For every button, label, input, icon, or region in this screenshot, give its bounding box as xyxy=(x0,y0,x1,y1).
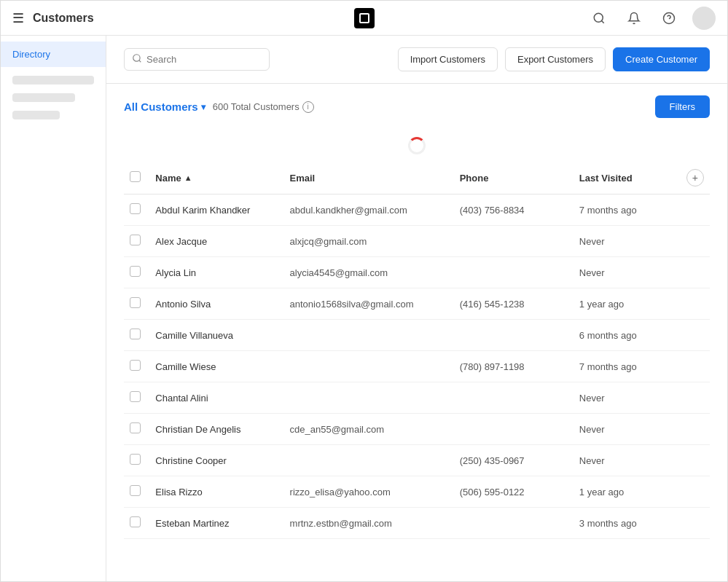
filters-button[interactable]: Filters xyxy=(655,95,710,118)
customer-name: Chantal Alini xyxy=(149,382,283,414)
sort-asc-icon: ▲ xyxy=(184,173,192,182)
customer-phone xyxy=(454,257,574,288)
row-checkbox[interactable] xyxy=(130,203,141,214)
customer-name: Alex Jacque xyxy=(149,226,283,257)
customer-phone: (250) 435-0967 xyxy=(454,445,574,476)
customers-count: 600 Total Customers i xyxy=(213,101,314,113)
customer-name: Esteban Martinez xyxy=(149,508,283,539)
customers-table: Name ▲ Email Phone Last Visited + xyxy=(124,162,710,539)
table-row[interactable]: Camille Villanueva 6 months ago xyxy=(124,320,710,351)
customers-title[interactable]: All Customers ▾ xyxy=(124,101,206,113)
sidebar-item-directory[interactable]: Directory xyxy=(1,42,106,67)
svg-point-4 xyxy=(133,55,140,61)
table-row[interactable]: Christian De Angelis cde_an55@gmail.com … xyxy=(124,414,710,445)
user-avatar[interactable] xyxy=(692,7,716,30)
customer-phone: (416) 545-1238 xyxy=(454,288,574,320)
customer-name: Alycia Lin xyxy=(149,257,283,288)
table-row[interactable]: Abdul Karim Khandker abdul.kandkher@gmai… xyxy=(124,194,710,226)
svg-point-0 xyxy=(594,13,603,22)
notifications-button[interactable] xyxy=(622,7,646,30)
row-checkbox[interactable] xyxy=(130,266,141,277)
search-box[interactable] xyxy=(124,48,270,71)
export-customers-button[interactable]: Export Customers xyxy=(505,47,606,71)
table-row[interactable]: Christine Cooper (250) 435-0967 Never xyxy=(124,445,710,476)
customer-name: Elisa Rizzo xyxy=(149,476,283,508)
customer-name: Camille Villanueva xyxy=(149,320,283,351)
customer-email: antonio1568silva@gmail.com xyxy=(284,288,454,320)
col-header-email: Email xyxy=(284,162,454,194)
table-row[interactable]: Antonio Silva antonio1568silva@gmail.com… xyxy=(124,288,710,320)
row-checkbox[interactable] xyxy=(130,360,141,371)
row-checkbox[interactable] xyxy=(130,516,141,527)
customer-email: mrtnz.estbn@gmail.com xyxy=(284,508,454,539)
customer-name: Christine Cooper xyxy=(149,445,283,476)
row-checkbox[interactable] xyxy=(130,422,141,433)
customer-name: Abdul Karim Khandker xyxy=(149,194,283,226)
search-button[interactable] xyxy=(587,7,611,30)
app-logo xyxy=(354,8,375,28)
customer-name: Camille Wiese xyxy=(149,351,283,382)
add-column-button[interactable]: + xyxy=(686,169,704,186)
customer-email xyxy=(284,382,454,414)
customer-email: rizzo_elisa@yahoo.com xyxy=(284,476,454,508)
customer-last-visited: Never xyxy=(574,382,681,414)
row-checkbox[interactable] xyxy=(130,329,141,339)
row-checkbox[interactable] xyxy=(130,297,141,308)
customer-last-visited: Never xyxy=(574,257,681,288)
sidebar: Directory xyxy=(1,36,106,581)
customer-phone xyxy=(454,320,574,351)
search-input[interactable] xyxy=(146,54,262,65)
chevron-down-icon: ▾ xyxy=(201,102,206,112)
customer-last-visited: 7 months ago xyxy=(574,351,681,382)
customer-phone: (506) 595-0122 xyxy=(454,476,574,508)
select-all-checkbox[interactable] xyxy=(130,171,141,182)
table-row[interactable]: Esteban Martinez mrtnz.estbn@gmail.com 3… xyxy=(124,508,710,539)
svg-line-1 xyxy=(601,20,603,23)
loading-spinner xyxy=(408,137,426,154)
row-checkbox[interactable] xyxy=(130,391,141,402)
row-checkbox[interactable] xyxy=(130,485,141,496)
main-content: Import Customers Export Customers Create… xyxy=(106,36,727,581)
table-row[interactable]: Elisa Rizzo rizzo_elisa@yahoo.com (506) … xyxy=(124,476,710,508)
create-customer-button[interactable]: Create Customer xyxy=(613,47,710,71)
col-header-name: Name xyxy=(155,173,181,184)
customer-name: Antonio Silva xyxy=(149,288,283,320)
import-customers-button[interactable]: Import Customers xyxy=(398,47,498,71)
customer-email: alxjcq@gmail.com xyxy=(284,226,454,257)
customer-email xyxy=(284,351,454,382)
customers-table-container: Name ▲ Email Phone Last Visited + xyxy=(106,162,727,539)
loading-spinner-container xyxy=(106,130,727,162)
customer-phone xyxy=(454,508,574,539)
customer-phone xyxy=(454,226,574,257)
customer-email: alycia4545@gmail.com xyxy=(284,257,454,288)
help-button[interactable] xyxy=(657,7,681,30)
customer-last-visited: 7 months ago xyxy=(574,194,681,226)
sidebar-placeholder-1 xyxy=(12,76,94,84)
customer-email xyxy=(284,445,454,476)
table-row[interactable]: Alycia Lin alycia4545@gmail.com Never xyxy=(124,257,710,288)
row-checkbox[interactable] xyxy=(130,235,141,245)
customer-email: cde_an55@gmail.com xyxy=(284,414,454,445)
customer-phone xyxy=(454,414,574,445)
col-header-phone: Phone xyxy=(454,162,574,194)
table-row[interactable]: Alex Jacque alxjcq@gmail.com Never xyxy=(124,226,710,257)
customer-name: Christian De Angelis xyxy=(149,414,283,445)
table-row[interactable]: Chantal Alini Never xyxy=(124,382,710,414)
customer-last-visited: 3 months ago xyxy=(574,508,681,539)
customer-last-visited: Never xyxy=(574,414,681,445)
customer-last-visited: Never xyxy=(574,445,681,476)
sidebar-placeholder-2 xyxy=(12,93,75,102)
menu-icon[interactable]: ☰ xyxy=(12,10,24,26)
svg-line-5 xyxy=(139,60,141,63)
customer-phone: (403) 756-8834 xyxy=(454,194,574,226)
customer-last-visited: 6 months ago xyxy=(574,320,681,351)
customers-header: All Customers ▾ 600 Total Customers i Fi… xyxy=(106,84,727,130)
customer-phone xyxy=(454,382,574,414)
info-icon[interactable]: i xyxy=(302,101,314,113)
customer-last-visited: 1 year ago xyxy=(574,288,681,320)
table-row[interactable]: Camille Wiese (780) 897-1198 7 months ag… xyxy=(124,351,710,382)
customer-last-visited: 1 year ago xyxy=(574,476,681,508)
col-header-last-visited: Last Visited xyxy=(574,162,681,194)
row-checkbox[interactable] xyxy=(130,454,141,465)
customer-phone: (780) 897-1198 xyxy=(454,351,574,382)
